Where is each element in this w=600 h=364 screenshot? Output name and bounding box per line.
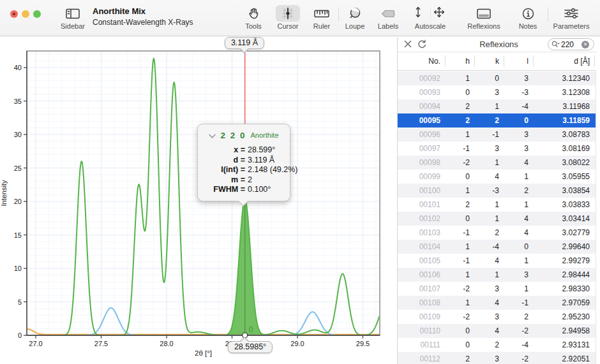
table-row[interactable]: 00107-2312.98330	[398, 282, 596, 296]
table-row[interactable]: 001020143.03414	[398, 212, 596, 226]
reflexions-panel-icon	[477, 5, 491, 22]
reflexions-panel-header: Reflexions ✕	[398, 37, 600, 52]
cell-k: -3	[475, 184, 504, 198]
column-header-h[interactable]: h	[446, 55, 475, 67]
cell-k: 1	[475, 212, 504, 226]
y-tick-label: 15	[14, 231, 22, 239]
y-tick-label: 40	[14, 64, 22, 71]
cell-h: 0	[446, 212, 475, 226]
cell-l: 3	[504, 127, 534, 142]
cell-h: 1	[446, 71, 475, 85]
table-row[interactable]: 0011223-22.92051	[398, 352, 596, 364]
cell-no: 00095	[398, 113, 446, 127]
labels-label: Labels	[378, 22, 398, 30]
cell-d: 2.97059	[534, 296, 595, 310]
tag-icon	[381, 5, 395, 22]
minimize-window-button[interactable]	[22, 10, 29, 18]
cell-l: 4	[504, 212, 534, 226]
cell-l: 1	[504, 170, 534, 184]
reflexions-table[interactable]: 000921033.123400009303-33.123080009421-4…	[398, 71, 596, 364]
cell-no: 00110	[398, 324, 446, 338]
cell-l: 0	[504, 113, 534, 127]
cell-l: 1	[504, 282, 534, 296]
cell-no: 00098	[398, 156, 446, 170]
table-row[interactable]: 001012113.03833	[398, 198, 596, 212]
y-axis-label: Intensity	[0, 180, 8, 206]
table-row[interactable]: 0011004-22.94958	[398, 324, 596, 338]
cell-k: 1	[475, 268, 504, 282]
autoscale-vertical-icon[interactable]	[415, 6, 421, 21]
zoom-window-button[interactable]	[33, 10, 41, 18]
sliders-icon	[564, 5, 578, 22]
cell-no: 00093	[398, 85, 446, 99]
table-row[interactable]: 0011102-42.93131	[398, 338, 596, 352]
table-row-selected[interactable]: 000952203.11859	[398, 113, 596, 127]
table-row[interactable]: 00105-1412.99279	[398, 254, 596, 268]
loupe-icon	[349, 5, 361, 22]
reflexions-button[interactable]: Reflexions	[461, 5, 506, 30]
cursor-tool-button[interactable]: Cursor	[271, 5, 305, 30]
table-row[interactable]: 000990413.05955	[398, 170, 596, 184]
notes-button[interactable]: Notes	[512, 5, 544, 30]
notes-label: Notes	[519, 22, 537, 30]
cell-no: 00096	[398, 127, 446, 142]
x-tick-label: 29.5	[356, 340, 370, 347]
loupe-label: Loupe	[345, 22, 365, 30]
tools-button[interactable]: Tools	[237, 5, 269, 30]
tooltip-collapse-chevron-icon[interactable]	[209, 129, 216, 141]
column-header-l[interactable]: l	[504, 55, 534, 67]
cell-l: -2	[504, 324, 534, 338]
column-header-no[interactable]: No.	[398, 55, 446, 67]
ruler-label: Ruler	[313, 22, 330, 30]
table-row[interactable]: 00098-2143.08022	[398, 156, 596, 170]
clear-search-icon[interactable]: ✕	[581, 41, 589, 48]
autoscale-all-icon[interactable]	[433, 6, 446, 21]
cell-d: 3.05955	[534, 170, 595, 184]
parameters-button[interactable]: Parameters	[549, 5, 594, 30]
labels-button[interactable]: Labels	[372, 5, 404, 30]
cell-k: 1	[475, 198, 504, 212]
table-row[interactable]: 001061132.98444	[398, 268, 596, 282]
cell-k: 2	[475, 338, 504, 352]
table-row[interactable]: 00109-2322.95230	[398, 310, 596, 324]
column-header-d[interactable]: d [Å]	[534, 55, 595, 67]
close-window-button[interactable]	[10, 10, 18, 18]
table-row[interactable]: 000961-133.08783	[398, 127, 596, 142]
cell-d: 3.03833	[534, 198, 595, 212]
search-icon	[551, 41, 560, 48]
cell-k: 4	[475, 296, 504, 310]
cell-d: 3.08783	[534, 127, 595, 142]
sidebar-button[interactable]: Sidebar	[56, 5, 89, 30]
cell-d: 3.12308	[534, 85, 595, 99]
table-row[interactable]: 000921033.12340	[398, 71, 596, 85]
column-header-k[interactable]: k	[475, 55, 504, 67]
table-row[interactable]: 00103-1243.02779	[398, 226, 596, 240]
table-row[interactable]: 00097-1333.08169	[398, 142, 596, 156]
cell-d: 3.03854	[534, 184, 595, 198]
cell-h: 1	[446, 240, 475, 254]
cell-k: 2	[475, 113, 504, 127]
table-row[interactable]: 0009421-43.11968	[398, 99, 596, 113]
cell-h: -1	[446, 226, 475, 240]
table-row[interactable]: 001001-323.03854	[398, 184, 596, 198]
search-input[interactable]	[561, 40, 581, 49]
table-row[interactable]: 001041-402.99640	[398, 240, 596, 254]
cell-l: 4	[504, 156, 534, 170]
sidebar-icon	[66, 5, 80, 22]
cell-k: 1	[475, 99, 504, 113]
cursor-d-spacing-bubble: 3.119 Å	[225, 37, 264, 49]
cell-l: 2	[504, 184, 534, 198]
cell-d: 3.12340	[534, 71, 595, 85]
table-row[interactable]: 0010814-12.97059	[398, 296, 596, 310]
search-field[interactable]: ✕	[548, 38, 594, 50]
tooltip-hkl: 2 2 0	[220, 131, 246, 140]
cell-h: -2	[446, 310, 475, 324]
ruler-button[interactable]: Ruler	[306, 5, 338, 30]
cell-no: 00106	[398, 268, 446, 282]
info-icon	[522, 5, 534, 22]
diffraction-chart[interactable]: 27.027.528.028.529.029.50510152025303540…	[0, 37, 397, 364]
loupe-button[interactable]: Loupe	[339, 5, 371, 30]
table-row[interactable]: 0009303-33.12308	[398, 85, 596, 99]
tooltip-row: FWHM =0.100°	[204, 185, 283, 195]
tooltip-values: x =28.599°d =3.119 ÅI(int) =2.148 (49.2%…	[204, 145, 283, 195]
